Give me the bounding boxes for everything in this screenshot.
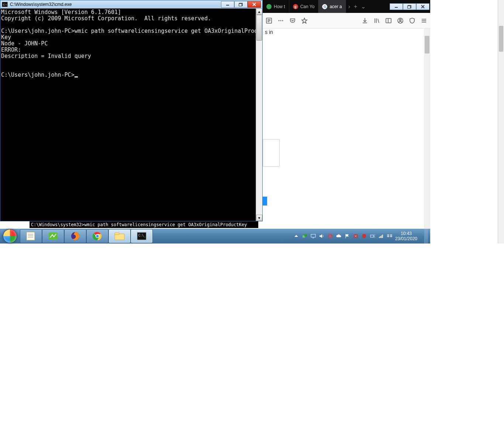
clock-time: 10:43	[395, 231, 417, 236]
tray-network-icon[interactable]	[302, 233, 308, 239]
show-desktop-button[interactable]	[424, 229, 428, 244]
svg-marker-42	[294, 235, 298, 237]
svg-rect-61	[382, 235, 383, 238]
tray-security-icon[interactable]	[353, 233, 359, 239]
scroll-thumb[interactable]	[256, 15, 262, 41]
svg-point-49	[329, 235, 331, 237]
tab-acer[interactable]: G acer a	[318, 0, 346, 13]
tab-label: acer a	[329, 4, 342, 9]
chevron-right-icon[interactable]: ›	[348, 3, 350, 10]
new-tab-button[interactable]: +	[354, 3, 357, 10]
content-box	[263, 139, 280, 167]
tabs-dropdown-icon[interactable]: ⌄	[361, 3, 366, 10]
maximize-button[interactable]	[234, 1, 248, 8]
tray-onedrive-icon[interactable]	[336, 233, 342, 239]
close-button[interactable]	[248, 1, 261, 8]
taskbar-notepad[interactable]	[20, 229, 42, 243]
scroll-thumb[interactable]	[425, 36, 429, 53]
cmd-window: C:\ C:\Windows\system32\cmd.exe Microsof…	[0, 0, 263, 221]
svg-marker-63	[390, 234, 393, 236]
tray-volume-icon[interactable]	[319, 233, 325, 239]
cmd-echo-line: C:\Windows\system32>wmic path softwareli…	[30, 221, 258, 228]
browser-scrollbar[interactable]	[424, 28, 430, 229]
scroll-down-icon[interactable]: ▼	[256, 215, 262, 221]
clock-date: 23/01/2020	[395, 236, 417, 241]
tray-dropbox-icon[interactable]	[387, 233, 393, 239]
tab-label: Can Yo	[300, 4, 315, 9]
svg-marker-62	[387, 234, 390, 236]
page-scrollbar[interactable]	[498, 0, 504, 244]
star-icon[interactable]	[301, 17, 308, 24]
browser-close-button[interactable]	[416, 3, 429, 10]
tab-overflow: › + ⌄	[346, 0, 368, 13]
tray-flag-icon[interactable]	[344, 233, 350, 239]
svg-rect-45	[311, 234, 315, 237]
svg-rect-30	[27, 232, 35, 240]
scroll-up-icon[interactable]: ▲	[256, 8, 262, 15]
svg-rect-23	[386, 18, 391, 23]
reader-view-icon[interactable]	[266, 17, 272, 24]
cmd-icon: C:\	[2, 2, 8, 7]
svg-text:C:\_: C:\_	[138, 234, 145, 237]
tab-label: How t	[274, 4, 285, 9]
tray-show-hidden-icon[interactable]	[293, 233, 299, 239]
svg-rect-2	[239, 4, 242, 6]
svg-point-15	[280, 20, 282, 21]
menu-icon[interactable]	[421, 17, 427, 24]
downloads-icon[interactable]	[362, 17, 368, 24]
favicon-icon: g	[293, 4, 298, 9]
tab-howto[interactable]: How t	[263, 0, 289, 13]
svg-marker-47	[320, 234, 322, 238]
browser-toolbar	[263, 13, 430, 28]
taskbar-explorer[interactable]	[108, 229, 131, 243]
tray-app-icon[interactable]	[327, 233, 333, 239]
cmd-output[interactable]: Microsoft Windows [Version 6.1.7601] Cop…	[0, 8, 256, 221]
svg-marker-17	[302, 18, 307, 23]
taskbar-clock[interactable]: 10:43 23/01/2020	[395, 231, 420, 241]
svg-rect-54	[370, 235, 374, 237]
svg-line-57	[374, 237, 375, 238]
cmd-scrollbar[interactable]: ▲ ▼	[256, 8, 262, 221]
tray-power-icon[interactable]	[370, 233, 376, 239]
tab-canyou[interactable]: g Can Yo	[289, 0, 319, 13]
svg-point-37	[96, 235, 99, 238]
shield-icon[interactable]	[409, 17, 415, 24]
taskbar-cmd[interactable]: C:\_	[131, 229, 153, 243]
account-icon[interactable]	[397, 17, 404, 24]
library-icon[interactable]	[373, 17, 380, 24]
sidebar-icon[interactable]	[385, 17, 392, 24]
start-button[interactable]	[0, 229, 20, 244]
browser-maximize-button[interactable]	[403, 3, 416, 10]
svg-rect-7	[408, 6, 411, 8]
tray-monitor-icon[interactable]	[310, 233, 316, 239]
taskbar-chrome[interactable]	[86, 229, 108, 243]
svg-point-16	[282, 20, 283, 21]
svg-point-14	[279, 20, 280, 21]
svg-marker-65	[390, 236, 393, 237]
windows-orb-icon	[3, 229, 17, 243]
minimize-button[interactable]	[221, 1, 234, 8]
browser-content[interactable]: s in	[263, 28, 430, 229]
svg-line-56	[374, 234, 375, 235]
scroll-thumb[interactable]	[499, 26, 503, 52]
svg-rect-58	[379, 237, 380, 238]
svg-rect-59	[380, 236, 381, 238]
page-text-fragment: s in	[265, 29, 273, 35]
svg-rect-60	[381, 235, 382, 238]
svg-rect-39	[115, 233, 119, 235]
svg-point-26	[400, 19, 401, 21]
pocket-icon[interactable]	[289, 17, 296, 24]
taskbar: C:\_ 10:43 23/01/2020	[0, 229, 430, 244]
browser-minimize-button[interactable]	[390, 3, 403, 10]
taskbar-firefox[interactable]	[64, 229, 86, 243]
svg-rect-55	[374, 236, 374, 236]
page-action-icon[interactable]	[277, 17, 284, 24]
tray-av-icon[interactable]	[361, 233, 367, 239]
taskbar-app-green[interactable]	[42, 229, 64, 243]
browser-tabstrip: How t g Can Yo G acer a › + ⌄	[263, 0, 430, 13]
tray-wifi-icon[interactable]	[378, 233, 384, 239]
cmd-titlebar[interactable]: C:\ C:\Windows\system32\cmd.exe	[0, 0, 262, 8]
browser-window: How t g Can Yo G acer a › + ⌄	[263, 0, 430, 229]
google-icon: G	[322, 4, 327, 9]
svg-line-22	[378, 19, 379, 23]
